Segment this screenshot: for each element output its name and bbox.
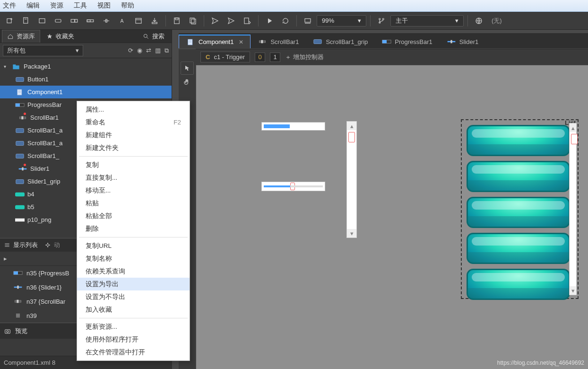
import-button[interactable] xyxy=(147,14,162,27)
context-item[interactable]: 复制 xyxy=(77,158,190,171)
list-item[interactable] xyxy=(467,269,570,300)
new-label-button[interactable] xyxy=(67,14,81,27)
scroll-track[interactable] xyxy=(347,130,356,229)
new-component-button[interactable] xyxy=(19,14,33,27)
context-item[interactable]: 在文件管理器中打开 xyxy=(77,346,190,359)
menu-resource[interactable]: 资源 xyxy=(50,1,63,10)
new-slider-btn[interactable] xyxy=(99,14,113,27)
branch-select[interactable]: 主干 ▾ xyxy=(390,15,464,26)
menu-help[interactable]: 帮助 xyxy=(121,1,134,10)
context-item[interactable]: 粘贴全部 xyxy=(77,210,190,222)
slider-thumb[interactable] xyxy=(290,183,295,190)
tab-anim[interactable]: 动 xyxy=(44,241,60,249)
menu-tool[interactable]: 工具 xyxy=(74,1,87,10)
context-item[interactable]: 直接复制... xyxy=(77,171,190,184)
new-button-btn[interactable] xyxy=(51,14,65,27)
publish-button[interactable] xyxy=(208,14,222,27)
chevron-down-icon: ▾ xyxy=(4,64,9,69)
svg-point-26 xyxy=(382,18,384,19)
grid-icon[interactable]: ⧉ xyxy=(164,47,169,54)
vertical-scrollbar-instance[interactable]: ▴ ▾ xyxy=(346,121,357,238)
new-anim-btn[interactable] xyxy=(131,14,146,27)
new-package-button[interactable] xyxy=(3,14,17,27)
tab-library[interactable]: 资源库 xyxy=(2,30,40,43)
editor-tab[interactable]: Component1✕ xyxy=(179,35,251,48)
tree-item-label: b5 xyxy=(27,203,34,211)
refresh-button[interactable] xyxy=(278,14,293,27)
list-item[interactable] xyxy=(467,125,570,156)
context-item[interactable]: 复制名称 xyxy=(77,252,190,265)
editor-tab[interactable]: Slider1 xyxy=(440,35,485,48)
play-button[interactable] xyxy=(262,14,277,27)
pointer-tool[interactable] xyxy=(181,62,194,75)
svg-rect-45 xyxy=(22,167,23,170)
scroll-up-button[interactable]: ▴ xyxy=(347,122,356,130)
list-item[interactable] xyxy=(467,161,570,192)
scroll-down-button[interactable]: ▾ xyxy=(347,229,356,237)
scroll-track[interactable] xyxy=(570,132,576,286)
publish-all-button[interactable] xyxy=(224,14,238,27)
slider-instance[interactable] xyxy=(261,182,325,191)
play-right-icon[interactable]: ▸ xyxy=(4,255,7,262)
new-font-btn[interactable]: A xyxy=(115,14,130,27)
context-item[interactable]: 新建组件 xyxy=(77,129,190,141)
controller-page-0[interactable]: 0 xyxy=(255,53,265,62)
editor-tab[interactable]: ProgressBar1 xyxy=(375,35,439,48)
save-button[interactable] xyxy=(170,14,184,27)
new-progress-btn[interactable] xyxy=(83,14,97,27)
tab-display-list[interactable]: 显示列表 xyxy=(4,241,38,249)
separator xyxy=(204,15,204,26)
controller-chip[interactable]: C c1 - Trigger xyxy=(200,52,250,62)
scroll-down-button[interactable]: ▾ xyxy=(570,286,576,295)
list-instance[interactable]: List ▴ ▾ xyxy=(461,119,579,299)
columns-icon[interactable]: ▥ xyxy=(155,47,161,54)
tree-item[interactable]: Component1 xyxy=(0,86,172,98)
sync-icon[interactable]: ◉ xyxy=(137,47,142,54)
context-item[interactable]: 复制URL xyxy=(77,239,190,252)
context-item[interactable]: 粘贴 xyxy=(77,197,190,210)
context-item[interactable]: 更新资源... xyxy=(77,320,190,333)
menu-view[interactable]: 视图 xyxy=(97,1,111,10)
globe-icon[interactable] xyxy=(472,14,486,27)
branch-icon[interactable] xyxy=(374,14,389,27)
context-item[interactable]: 依赖关系查询 xyxy=(77,265,190,278)
scroll-thumb[interactable] xyxy=(571,134,578,144)
new-folder-button[interactable] xyxy=(35,14,49,27)
package-select[interactable]: 所有包 ▾ xyxy=(3,45,83,56)
tab-favorites[interactable]: 收藏夹 xyxy=(41,30,79,43)
scroll-thumb[interactable] xyxy=(348,132,355,142)
editor-tab[interactable]: ScrollBar1 xyxy=(251,35,306,48)
context-item[interactable]: 移动至... xyxy=(77,184,190,197)
device-button[interactable] xyxy=(301,14,315,27)
editor-canvas[interactable]: ▴ ▾ List ▴ ▾ xyxy=(196,65,588,369)
add-controller-button[interactable]: ＋ 增加控制器 xyxy=(285,53,324,62)
context-item[interactable]: 设置为导出 xyxy=(77,278,190,290)
context-item[interactable]: 加入收藏 xyxy=(77,303,190,316)
menu-edit[interactable]: 编辑 xyxy=(26,1,40,10)
tree-root[interactable]: ▾ Package1 xyxy=(0,60,172,73)
context-item[interactable]: 重命名F2 xyxy=(77,116,190,129)
tab-search[interactable]: 搜索 xyxy=(138,30,170,43)
publish-options-button[interactable] xyxy=(240,14,254,27)
hand-tool[interactable] xyxy=(181,76,194,89)
close-icon[interactable]: ✕ xyxy=(237,39,243,45)
progressbar-instance[interactable] xyxy=(261,122,325,131)
menu-file[interactable]: 文件 xyxy=(3,1,16,10)
editor-tab[interactable]: ScrollBar1_grip xyxy=(306,35,375,48)
refresh-cw-icon[interactable]: ⟳ xyxy=(128,47,133,54)
list-item[interactable] xyxy=(467,233,570,264)
save-all-button[interactable] xyxy=(186,14,200,27)
swap-icon[interactable]: ⇄ xyxy=(146,47,151,54)
context-item[interactable]: 删除 xyxy=(77,222,190,235)
context-item[interactable]: 设置为不导出 xyxy=(77,290,190,303)
context-item[interactable]: 使用外部程序打开 xyxy=(77,333,190,346)
controller-page-1[interactable]: 1 xyxy=(270,53,280,62)
zoom-select[interactable]: 99% ▾ xyxy=(317,15,366,26)
main-toolbar: A 99% ▾ 主干 ▾ (无) xyxy=(0,12,588,30)
scroll-up-button[interactable]: ▴ xyxy=(570,123,576,132)
context-item[interactable]: 新建文件夹 xyxy=(77,141,190,154)
context-item[interactable]: 属性... xyxy=(77,103,190,116)
list-item[interactable] xyxy=(467,197,570,228)
tree-item[interactable]: Button1 xyxy=(0,73,172,86)
list-scrollbar[interactable]: ▴ ▾ xyxy=(569,123,577,295)
